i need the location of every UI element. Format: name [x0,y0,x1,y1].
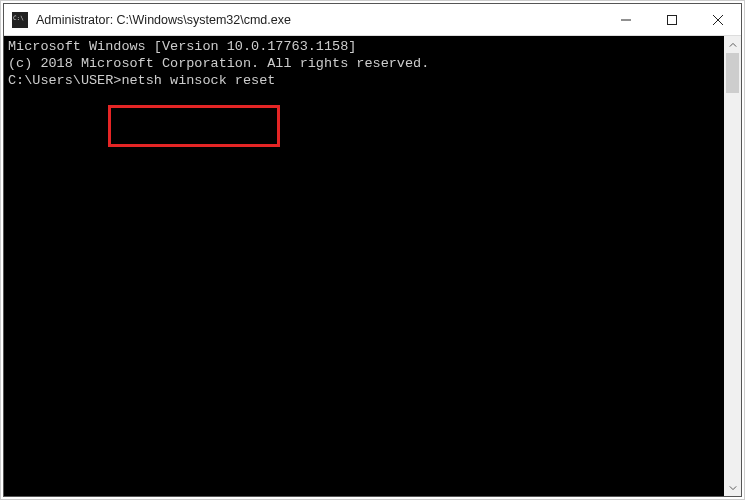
titlebar[interactable]: Administrator: C:\Windows\system32\cmd.e… [4,4,741,36]
scrollbar-track[interactable] [724,53,741,479]
command-input[interactable]: netsh winsock reset [121,73,275,88]
scrollbar-thumb[interactable] [726,53,739,93]
output-line: Microsoft Windows [Version 10.0.17763.11… [8,38,720,55]
chevron-up-icon [729,41,737,49]
window-title: Administrator: C:\Windows\system32\cmd.e… [36,13,603,27]
cmd-icon [12,12,28,28]
svg-rect-1 [668,15,677,24]
maximize-icon [667,15,677,25]
scroll-down-button[interactable] [724,479,741,496]
cmd-window: Administrator: C:\Windows\system32\cmd.e… [3,3,742,497]
prompt: C:\Users\USER> [8,73,121,88]
chevron-down-icon [729,484,737,492]
terminal-area: Microsoft Windows [Version 10.0.17763.11… [4,36,741,496]
close-icon [713,15,723,25]
output-line: (c) 2018 Microsoft Corporation. All righ… [8,55,720,72]
scroll-up-button[interactable] [724,36,741,53]
vertical-scrollbar[interactable] [724,36,741,496]
minimize-icon [621,15,631,25]
window-controls [603,4,741,35]
minimize-button[interactable] [603,4,649,35]
close-button[interactable] [695,4,741,35]
maximize-button[interactable] [649,4,695,35]
terminal-output[interactable]: Microsoft Windows [Version 10.0.17763.11… [4,36,724,496]
